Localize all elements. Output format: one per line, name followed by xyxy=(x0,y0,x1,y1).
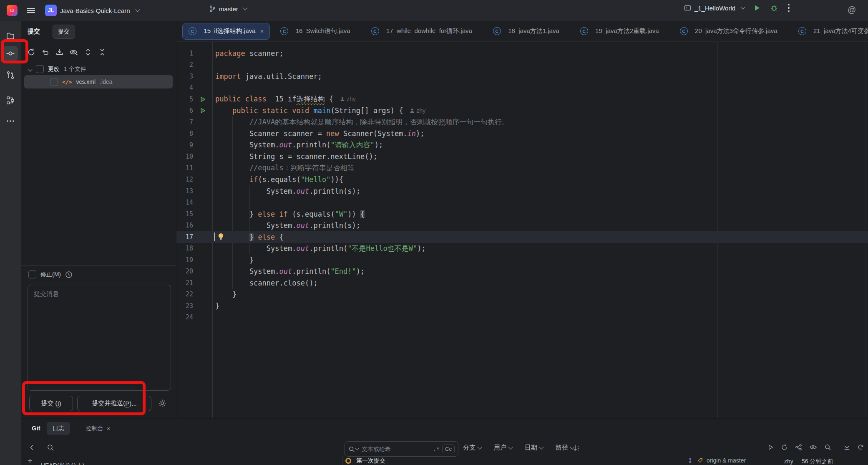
author-inlay[interactable]: zhy xyxy=(410,107,425,114)
run-gutter-icon[interactable] xyxy=(193,107,212,114)
line-number: 24 xyxy=(176,313,193,321)
code-line[interactable]: 24 xyxy=(176,312,868,323)
refresh-icon[interactable] xyxy=(781,444,788,451)
shelve-icon[interactable] xyxy=(55,48,64,57)
eye-icon[interactable] xyxy=(69,48,78,57)
gear-icon[interactable] xyxy=(158,399,167,408)
run-gutter-icon[interactable] xyxy=(193,96,212,103)
code-line[interactable]: 21 scanner.close(); xyxy=(176,277,868,289)
editor-tab[interactable]: C_17_while_dowhile_for循环.java xyxy=(361,23,483,40)
chevron-down-icon xyxy=(508,445,513,449)
branch-widget[interactable]: master xyxy=(209,5,247,13)
commit-button[interactable]: 提交 (I) xyxy=(29,396,73,411)
code-line[interactable]: 9 System.out.println("请输入内容"); xyxy=(176,139,868,151)
run-icon[interactable] xyxy=(754,5,760,11)
code-line[interactable]: 2 xyxy=(176,59,868,71)
run-configuration[interactable]: _1_HelloWorld xyxy=(694,5,735,12)
main-menu-icon[interactable] xyxy=(27,7,35,13)
changed-file-row[interactable]: </> vcs.xml .idea xyxy=(24,75,173,88)
code-line[interactable]: 23} xyxy=(176,300,868,312)
code-line[interactable]: 3import java.util.Scanner; xyxy=(176,71,868,82)
log-filter-1[interactable]: 分支 xyxy=(463,444,481,452)
editor-tab[interactable]: C_18_java方法1.java xyxy=(483,23,570,40)
regex-toggle[interactable]: .* xyxy=(433,446,440,452)
match-case-toggle[interactable]: Cc xyxy=(442,445,455,453)
rollback-icon[interactable] xyxy=(41,48,50,57)
code-line[interactable]: 12 if(s.equals("Hello")){ xyxy=(176,174,868,186)
expand-all-icon[interactable] xyxy=(83,48,93,57)
code-editor[interactable]: 1package scanner;23import java.util.Scan… xyxy=(176,42,868,418)
add-icon[interactable]: + xyxy=(28,457,33,465)
code-line[interactable]: 6 public static void main(String[] args)… xyxy=(176,105,868,117)
close-icon[interactable]: × xyxy=(260,28,264,35)
commit-log-row[interactable]: 第一次提交 xyxy=(345,457,385,465)
code-line[interactable]: 17 } else { xyxy=(176,231,868,243)
changes-group-row[interactable]: 更改 1 个文件 xyxy=(28,65,86,73)
debug-icon[interactable] xyxy=(770,4,778,12)
refresh-icon[interactable] xyxy=(27,48,36,57)
commit-panel-tab[interactable]: 提交 xyxy=(53,25,75,39)
more-dots-icon[interactable] xyxy=(3,114,18,129)
code-line[interactable]: 4 xyxy=(176,82,868,94)
branch-icon xyxy=(688,457,694,463)
code-line[interactable]: 13 System.out.println(s); xyxy=(176,185,868,197)
history-clock-icon[interactable] xyxy=(65,271,73,278)
code-line[interactable]: 1package scanner; xyxy=(176,48,868,59)
commit-author-cell: zhy xyxy=(784,458,793,465)
code-line[interactable]: 11 //equals：判断字符串是否相等 xyxy=(176,162,868,174)
collapse-all-icon[interactable] xyxy=(98,48,107,57)
sort-icon[interactable] xyxy=(572,444,581,452)
zoom-icon[interactable] xyxy=(824,444,831,451)
file-checkbox[interactable] xyxy=(50,78,58,86)
project-tool-icon[interactable] xyxy=(3,28,18,43)
commit-message-input[interactable] xyxy=(28,285,171,390)
code-line[interactable]: 22 } xyxy=(176,289,868,301)
restore-icon[interactable] xyxy=(857,444,864,451)
commit-refs-cell[interactable]: origin & master xyxy=(688,457,746,464)
editor-tab[interactable]: C_19_java方法2重载.java xyxy=(570,23,669,40)
amend-checkbox[interactable] xyxy=(28,270,36,278)
bottom-tab[interactable]: 控制台× xyxy=(80,422,116,435)
code-line[interactable]: 14 xyxy=(176,197,868,209)
branches-list-head[interactable]: HEAD(当前分支) xyxy=(41,462,84,465)
more-kebab-icon[interactable] xyxy=(788,4,790,12)
hide-panel-icon[interactable] xyxy=(843,444,850,451)
intention-bulb-icon[interactable] xyxy=(218,232,224,240)
code-line[interactable]: 7 //JAVA的基本结构就是顺序结构，除非特别指明，否则就按照顺序一句一句执行… xyxy=(176,116,868,128)
code-line[interactable]: 8 Scanner scanner = new Scanner(System.i… xyxy=(176,128,868,140)
log-filter-3[interactable]: 日期 xyxy=(525,444,543,452)
commit-tool-icon[interactable] xyxy=(3,46,18,61)
play-icon[interactable] xyxy=(767,444,774,450)
code-line[interactable]: 18 System.out.println("不是Hello也不是W"); xyxy=(176,243,868,255)
editor-tab[interactable]: C_15_if选择结构.java× xyxy=(182,23,270,40)
changes-checkbox[interactable] xyxy=(36,65,44,73)
commit-and-push-button[interactable]: 提交并推送(P)... xyxy=(77,396,151,411)
code-line[interactable]: 19 } xyxy=(176,254,868,266)
project-widget[interactable]: JL Java-Basics-Quick-Learn xyxy=(45,4,139,17)
code-line[interactable]: 10 String s = scanner.nextLine(); xyxy=(176,151,868,163)
editor-tab[interactable]: C_16_Switch语句.java xyxy=(270,23,360,40)
log-filter-4[interactable]: 路径 xyxy=(556,444,574,452)
chevron-down-icon[interactable] xyxy=(28,67,32,71)
structure-tool-icon[interactable] xyxy=(3,93,18,108)
intellij-logo-icon[interactable]: IJ xyxy=(7,5,18,16)
log-search-input[interactable] xyxy=(361,445,430,453)
swirl-icon[interactable]: @ xyxy=(848,5,856,15)
close-icon[interactable]: × xyxy=(107,425,110,432)
editor-tab[interactable]: C_20_java方法3命令行传参.java xyxy=(669,23,788,40)
chevron-left-icon[interactable] xyxy=(28,444,36,451)
code-line[interactable]: 5public class _15_if选择结构 {zhy xyxy=(176,94,868,105)
eye-icon[interactable] xyxy=(809,444,817,451)
pull-requests-icon[interactable] xyxy=(3,68,18,83)
author-inlay[interactable]: zhy xyxy=(340,96,356,102)
editor-tab[interactable]: C_21_java方法4可变参数.java xyxy=(788,23,868,40)
graph-icon[interactable] xyxy=(795,444,802,451)
log-filter-2[interactable]: 用户 xyxy=(494,444,512,452)
search-icon[interactable] xyxy=(47,444,54,451)
text-caret xyxy=(214,232,215,241)
code-line[interactable]: 15 } else if (s.equals("W")) { xyxy=(176,208,868,220)
bottom-tab[interactable]: 日志 xyxy=(47,422,70,435)
code-line[interactable]: 20 System.out.println("End!"); xyxy=(176,266,868,278)
code-line[interactable]: 16 System.out.println(s); xyxy=(176,220,868,232)
line-number: 6 xyxy=(176,107,193,114)
